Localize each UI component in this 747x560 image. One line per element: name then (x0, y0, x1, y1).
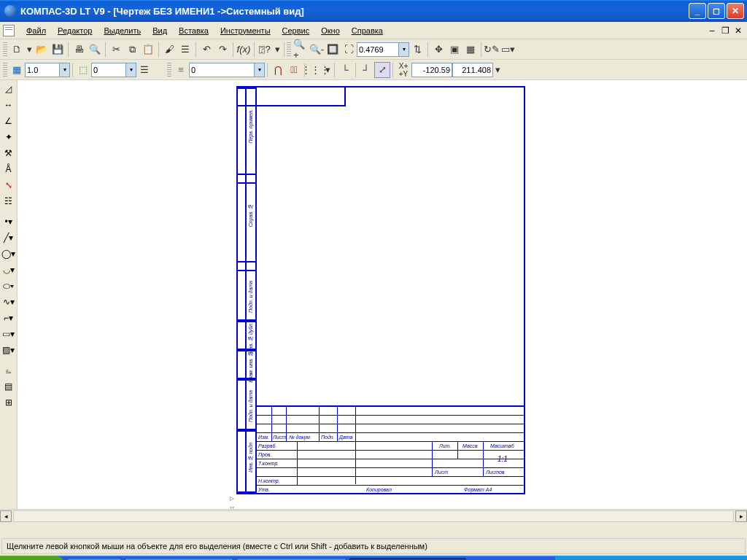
mdi-restore-button[interactable]: ❐ (719, 26, 731, 36)
new-dropdown[interactable]: ▾ (25, 42, 34, 58)
menu-help[interactable]: Справка (346, 24, 389, 37)
copy-button[interactable]: ⧉ (124, 42, 140, 58)
save-button[interactable]: 💾 (50, 42, 66, 58)
mdi-close-button[interactable]: ✕ (732, 26, 744, 36)
tool-symbols-icon[interactable]: ∠ (1, 114, 16, 128)
open-button[interactable]: 📂 (34, 42, 50, 58)
layers-manager-button[interactable]: ☰ (136, 62, 152, 78)
brush-button[interactable]: 🖌 (161, 42, 177, 58)
ortho-button[interactable]: └ (337, 62, 353, 78)
zoom-out-button[interactable]: 🔍- (309, 42, 325, 58)
horizontal-scrollbar[interactable]: ◂ ▸ (0, 509, 747, 522)
tool-text-icon[interactable]: ⎁ (1, 363, 16, 378)
grid-button[interactable]: ⋮⋮⋮ (307, 62, 323, 78)
tool-edit-icon[interactable]: ✦ (1, 130, 16, 144)
coord-y-field[interactable] (452, 63, 493, 77)
scroll-right-button[interactable]: ▸ (735, 510, 747, 522)
tool-ellipse-icon[interactable]: ⬭▾ (1, 279, 16, 293)
tool-circle-icon[interactable]: ◯▾ (1, 246, 16, 261)
new-button[interactable]: 🗋 (9, 42, 25, 58)
linestyle-button[interactable]: ≡ (173, 62, 189, 78)
zoom-fit-button[interactable]: ⛶ (341, 42, 357, 58)
linestyle-combo-dropdown[interactable]: ▾ (255, 63, 265, 77)
tool-point-icon[interactable]: •▾ (1, 214, 16, 229)
tool-select-icon[interactable]: ⤡ (1, 178, 16, 192)
menu-file[interactable]: Файл (20, 24, 52, 37)
toolbar-grip[interactable] (167, 63, 171, 77)
zoom-in-button[interactable]: 🔍+ (293, 42, 309, 58)
scroll-left-button[interactable]: ◂ (0, 510, 12, 522)
redo-button[interactable]: ↷ (214, 42, 231, 58)
window-controls: _ ◻ ✕ (689, 3, 747, 19)
zoom-prev-button[interactable]: ▦ (462, 42, 479, 58)
tool-chamfer-icon[interactable]: ⌐▾ (1, 311, 16, 325)
tool-params-icon[interactable]: ⚒ (1, 146, 16, 160)
undo-button[interactable]: ↶ (198, 42, 214, 58)
scale-combo-dropdown[interactable]: ▾ (60, 63, 70, 77)
layer-combo-dropdown[interactable]: ▾ (126, 63, 136, 77)
minimize-button[interactable]: _ (689, 3, 706, 19)
zoom-window-button[interactable]: 🔲 (325, 42, 341, 58)
toolbar-grip[interactable] (3, 42, 7, 57)
tool-spline-icon[interactable]: ∿▾ (1, 295, 16, 309)
coord-dropdown[interactable]: ▾ (493, 62, 502, 78)
start-button[interactable]: пуск (0, 556, 64, 560)
snap-magnet-button[interactable]: ⋂ (270, 62, 286, 78)
tool-axis-icon[interactable]: ⊞ (1, 395, 16, 410)
tool-line-icon[interactable]: ╱▾ (1, 230, 16, 245)
layer-button[interactable]: ⬚ (75, 62, 91, 78)
trow: Пров. (258, 452, 271, 457)
help-cursor-button[interactable]: ⍰? (257, 42, 273, 58)
print-button[interactable]: 🖶 (71, 42, 87, 58)
tool-spec-icon[interactable]: ☷ (1, 194, 16, 209)
zoom-combo-dropdown[interactable]: ▾ (399, 42, 409, 57)
cut-button[interactable]: ✂ (108, 42, 124, 58)
snap-off-button[interactable]: ⋂⃠ (286, 62, 302, 78)
pan-button[interactable]: ✥ (430, 42, 446, 58)
close-button[interactable]: ✕ (727, 3, 744, 19)
help-dropdown[interactable]: ▾ (273, 42, 282, 58)
tool-hatch-icon[interactable]: ▨▾ (1, 343, 16, 357)
coord-x-field[interactable] (411, 63, 452, 77)
drawing-canvas[interactable]: Перв. примен. Справ. № Подп. и дата Инв.… (18, 80, 747, 509)
tool-geometry-icon[interactable]: ◿ (1, 82, 16, 96)
toolbar-grip[interactable] (3, 63, 7, 77)
zoom-all-button[interactable]: ▣ (446, 42, 462, 58)
format-label: Формат A4 (464, 487, 492, 492)
tool-measure-icon[interactable]: Å (1, 162, 16, 176)
coord-mode-button[interactable]: X++Y (395, 62, 411, 78)
updown-button[interactable]: ⇅ (409, 42, 425, 58)
fx-button[interactable]: f(x) (236, 42, 252, 58)
grid-origin-button[interactable]: ▦ (9, 62, 25, 78)
scale-combo[interactable] (25, 63, 60, 77)
redraw-button[interactable]: ↻✎ (484, 42, 500, 58)
layer-combo[interactable] (91, 63, 126, 77)
menu-edit[interactable]: Редактор (52, 24, 98, 37)
tool-dimensions-icon[interactable]: ↔ (1, 98, 16, 112)
menu-select[interactable]: Выделить (98, 24, 147, 37)
properties-button[interactable]: ☰ (177, 42, 193, 58)
local-cs-button[interactable]: ┘ (358, 62, 374, 78)
round-button[interactable]: ⤢ (374, 62, 390, 78)
side-label: Взам. инв. № (248, 351, 253, 383)
menu-service[interactable]: Сервис (276, 24, 316, 37)
tool-table-icon[interactable]: ▤ (1, 379, 16, 394)
maximize-button[interactable]: ◻ (708, 3, 725, 19)
tool-rect-icon[interactable]: ▭▾ (1, 327, 16, 341)
menu-insert[interactable]: Вставка (173, 24, 214, 37)
menu-window[interactable]: Окно (315, 24, 346, 37)
menu-view[interactable]: Вид (147, 24, 173, 37)
document-icon[interactable] (3, 25, 15, 36)
toolbar-grip[interactable] (287, 42, 291, 57)
linestyle-combo[interactable] (189, 63, 255, 77)
grid-dropdown[interactable]: ▾ (323, 62, 332, 78)
menu-tools[interactable]: Инструменты (214, 24, 276, 37)
zoom-combo[interactable] (357, 42, 399, 57)
paste-button[interactable]: 📋 (140, 42, 156, 58)
mdi-minimize-button[interactable]: – (706, 26, 718, 36)
scroll-track[interactable] (13, 510, 734, 522)
tool-arc-icon[interactable]: ◡▾ (1, 262, 16, 277)
preview-button[interactable]: 🔍 (87, 42, 103, 58)
tlabel: Масса (462, 443, 478, 448)
view-menu-button[interactable]: ▭▾ (500, 42, 516, 58)
